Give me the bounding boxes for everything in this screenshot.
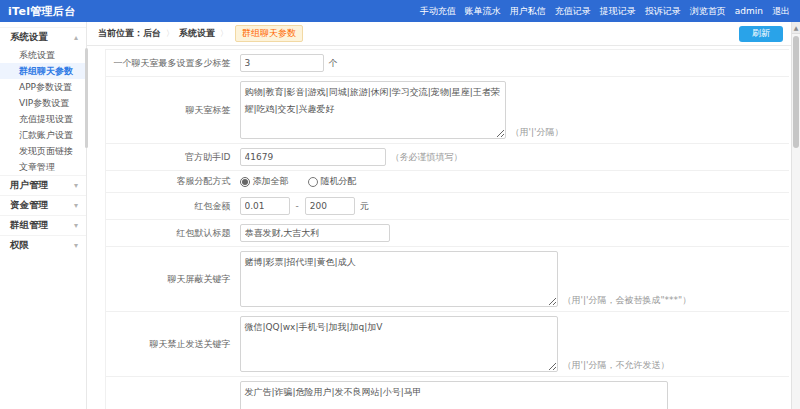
breadcrumb-separator-icon: 〉 [166,28,174,39]
field-cell: 个 [234,50,790,77]
field-label: 聊天室标签 [106,77,234,144]
service-assign-mode-radio-2[interactable] [308,177,318,187]
sidebar-item-发现页面链接[interactable]: 发现页面链接 [0,143,86,159]
blocked-keywords-textarea[interactable] [240,251,558,307]
max-room-tags-input[interactable] [240,54,324,72]
forbidden-keywords-textarea[interactable] [240,316,558,372]
service-assign-mode-radio-1[interactable] [240,177,250,187]
top-header: iTel管理后台 手动充值账单流水用户私信充值记录提现记录投诉记录浏览首页adm… [0,0,800,22]
field-content [240,381,784,409]
top-menu-item-1[interactable]: 手动充值 [420,5,456,18]
field-content: （用'|'分隔，不允许发送） [240,316,784,372]
breadcrumb-bar: 当前位置： 后台〉系统设置〉群组聊天参数 刷新 [87,22,791,46]
field-hint: （用'|'分隔，不允许发送） [563,359,670,372]
form-row-official-assistant-id: 官方助手ID（务必谨慎填写） [106,144,790,171]
scroll-up-arrow-icon[interactable]: ▲ [792,22,800,34]
body: 系统设置▴系统设置群组聊天参数APP参数设置VIP参数设置充值提现设置汇款账户设… [0,22,800,409]
breadcrumb-items: 后台〉系统设置〉群组聊天参数 [143,25,303,42]
sidebar-item-文章管理[interactable]: 文章管理 [0,159,86,175]
form-area: 一个聊天室最多设置多少标签个聊天室标签（用'|'分隔）官方助手ID（务必谨慎填写… [87,46,791,409]
field-content [240,224,784,242]
field-label: 客服分配方式 [106,171,234,193]
top-menu-item-7[interactable]: 浏览首页 [690,5,726,18]
field-content: 添加全部随机分配 [240,175,784,188]
form-row-forbidden-keywords: 聊天禁止发送关键字（用'|'分隔，不允许发送） [106,312,790,377]
chevron-down-icon: ▾ [74,202,78,210]
form-table-body: 一个聊天室最多设置多少标签个聊天室标签（用'|'分隔）官方助手ID（务必谨慎填写… [106,50,790,409]
sidebar-item-汇款账户设置[interactable]: 汇款账户设置 [0,127,86,143]
redpacket-amount-max-input[interactable] [305,197,355,215]
radio-option-1[interactable]: 添加全部 [240,175,289,188]
field-cell: 添加全部随机分配 [234,171,790,193]
extra-keywords-textarea[interactable] [240,381,668,409]
top-menu-item-8[interactable]: admin [735,6,763,16]
field-hint: （用'|'分隔，会被替换成"***"） [563,294,692,307]
form-row-service-assign-mode: 客服分配方式添加全部随机分配 [106,171,790,193]
sidebar-section-label: 资金管理 [10,199,48,212]
refresh-button[interactable]: 刷新 [739,26,783,42]
official-assistant-id-input[interactable] [240,148,386,166]
field-label: 红包金额 [106,193,234,220]
sidebar-section-4[interactable]: 群组管理▾ [0,215,86,235]
field-label: 聊天屏蔽关键字 [106,247,234,312]
settings-form: 一个聊天室最多设置多少标签个聊天室标签（用'|'分隔）官方助手ID（务必谨慎填写… [105,49,789,409]
page-scrollbar-thumb[interactable] [793,36,799,148]
room-tags-textarea[interactable] [240,81,506,139]
field-label: 红包默认标题 [106,220,234,247]
sidebar-item-系统设置[interactable]: 系统设置 [0,47,86,63]
breadcrumb-current: 群组聊天参数 [235,25,303,42]
field-hint: （用'|'分隔） [511,126,564,139]
sidebar-section-label: 权限 [10,239,29,252]
field-cell [234,220,790,247]
field-label: 一个聊天室最多设置多少标签 [106,50,234,77]
field-cell: （用'|'分隔，不允许发送） [234,312,790,377]
sidebar-item-群组聊天参数[interactable]: 群组聊天参数 [0,63,86,79]
sidebar-section-5[interactable]: 权限▾ [0,235,86,255]
sidebar-section-label: 系统设置 [10,31,48,44]
form-row-max-room-tags: 一个聊天室最多设置多少标签个 [106,50,790,77]
range-separator: - [296,201,299,211]
field-label [106,377,234,409]
redpacket-title-input[interactable] [240,224,390,242]
sidebar-item-APP参数设置[interactable]: APP参数设置 [0,79,86,95]
top-menu-item-2[interactable]: 账单流水 [465,5,501,18]
sidebar-item-VIP参数设置[interactable]: VIP参数设置 [0,95,86,111]
sidebar-section-3[interactable]: 资金管理▾ [0,195,86,215]
field-content: -元 [240,197,784,215]
field-cell: -元 [234,193,790,220]
field-suffix: 元 [360,200,369,213]
field-cell [234,377,790,409]
form-row-room-tags: 聊天室标签（用'|'分隔） [106,77,790,144]
sidebar-scrollbar-thumb[interactable] [85,48,88,148]
form-row-redpacket-amount: 红包金额-元 [106,193,790,220]
breadcrumb: 当前位置： 后台〉系统设置〉群组聊天参数 [98,25,303,42]
breadcrumb-prefix: 当前位置： [98,27,143,40]
breadcrumb-item: 后台 [143,27,161,40]
sidebar-section-label: 用户管理 [10,179,48,192]
app-logo: iTel管理后台 [8,4,75,19]
field-cell: （用'|'分隔，会被替换成"***"） [234,247,790,312]
form-row-extra-keywords [106,377,790,409]
radio-option-2[interactable]: 随机分配 [308,175,357,188]
field-label: 聊天禁止发送关键字 [106,312,234,377]
redpacket-amount-min-input[interactable] [240,197,290,215]
page-scrollbar[interactable]: ▲ [791,22,800,409]
radio-label: 随机分配 [321,175,357,188]
sidebar-item-充值提现设置[interactable]: 充值提现设置 [0,111,86,127]
field-suffix: 个 [329,57,338,70]
chevron-up-icon: ▴ [74,34,78,42]
top-menu-item-4[interactable]: 充值记录 [555,5,591,18]
page: iTel管理后台 手动充值账单流水用户私信充值记录提现记录投诉记录浏览首页adm… [0,0,800,409]
chevron-down-icon: ▾ [74,242,78,250]
top-menu-item-5[interactable]: 提现记录 [600,5,636,18]
sidebar-section-1[interactable]: 系统设置▴ [0,27,86,47]
top-menu-item-3[interactable]: 用户私信 [510,5,546,18]
top-menu-item-9[interactable]: 退出 [772,5,790,18]
sidebar-section-label: 群组管理 [10,219,48,232]
field-content: （用'|'分隔） [240,81,784,139]
form-row-redpacket-title: 红包默认标题 [106,220,790,247]
field-label: 官方助手ID [106,144,234,171]
sidebar-section-2[interactable]: 用户管理▾ [0,175,86,195]
top-menu-item-6[interactable]: 投诉记录 [645,5,681,18]
chevron-down-icon: ▾ [74,222,78,230]
